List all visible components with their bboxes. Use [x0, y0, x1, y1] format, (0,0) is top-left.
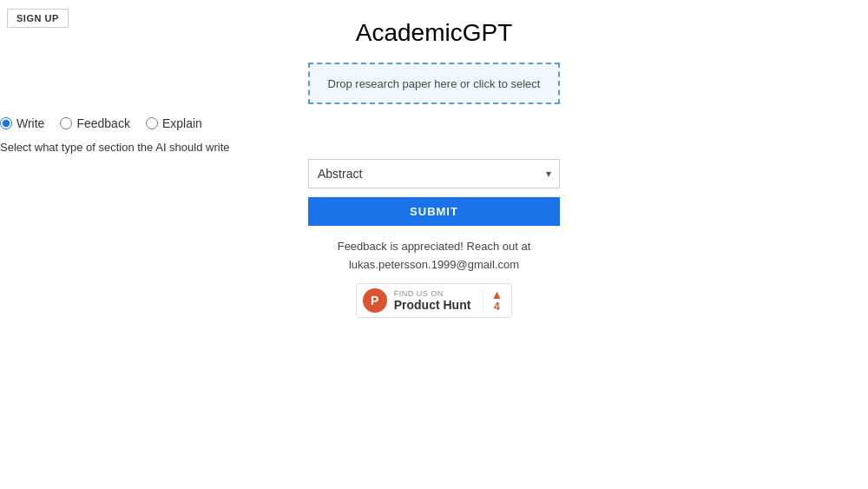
section-select[interactable]: Abstract Introduction Methods Results Di… [308, 159, 560, 188]
upvote-arrow-icon: ▲ [490, 288, 503, 301]
upvote-count: 4 [494, 301, 500, 313]
radio-feedback-label: Feedback [76, 116, 129, 130]
product-hunt-icon: P [363, 288, 387, 313]
product-hunt-text-group: FIND US ON Product Hunt [394, 289, 471, 312]
signup-button[interactable]: SIGN UP [7, 9, 69, 28]
radio-write[interactable]: Write [0, 116, 44, 130]
file-drop-zone[interactable]: Drop research paper here or click to sel… [308, 63, 560, 104]
select-label: Select what type of section the AI shoul… [0, 141, 252, 154]
mode-radio-group: Write Feedback Explain [0, 116, 252, 130]
feedback-section: Feedback is appreciated! Reach out at lu… [338, 238, 531, 274]
main-content: AcademicGPT Drop research paper here or … [0, 0, 868, 318]
section-select-wrapper: Abstract Introduction Methods Results Di… [308, 159, 560, 188]
radio-write-label: Write [16, 116, 44, 130]
submit-button[interactable]: SUBMIT [308, 197, 560, 226]
page-title: AcademicGPT [356, 19, 513, 47]
radio-explain[interactable]: Explain [146, 116, 202, 130]
product-hunt-upvote: ▲ 4 [483, 288, 503, 313]
product-hunt-name: Product Hunt [394, 298, 471, 312]
radio-explain-label: Explain [162, 116, 202, 130]
product-hunt-find-us: FIND US ON [394, 289, 471, 298]
radio-feedback[interactable]: Feedback [60, 116, 129, 130]
drop-zone-text: Drop research paper here or click to sel… [328, 77, 541, 90]
product-hunt-badge[interactable]: P FIND US ON Product Hunt ▲ 4 [356, 283, 513, 318]
feedback-line1: Feedback is appreciated! Reach out at [338, 240, 531, 253]
feedback-email: lukas.petersson.1999@gmail.com [349, 258, 519, 271]
